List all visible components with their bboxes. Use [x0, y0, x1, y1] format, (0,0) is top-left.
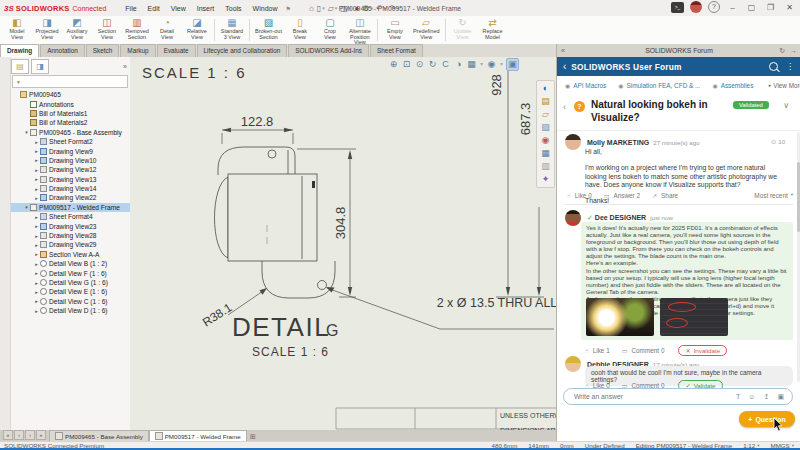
toolbar-button[interactable]: ◪ Relative View: [182, 16, 212, 44]
tree-next-icon[interactable]: »: [123, 63, 127, 70]
tree-item[interactable]: ▸ Drawing View28: [11, 231, 130, 240]
toolbar-button[interactable]: ▭ Empty View: [380, 16, 410, 44]
answer-input[interactable]: [572, 392, 736, 401]
document-recovery-icon[interactable]: ▥: [541, 161, 550, 172]
view-palette-icon[interactable]: ▨: [541, 122, 550, 133]
expander-icon[interactable]: ▸: [33, 195, 40, 201]
ribbon-tab[interactable]: Sketch: [86, 44, 120, 57]
expander-icon[interactable]: ▾: [23, 129, 30, 135]
forum-icon[interactable]: ✦: [542, 174, 550, 185]
console-icon[interactable]: >_: [671, 2, 684, 13]
redo-icon[interactable]: ↷ ▾: [389, 4, 399, 13]
search-icon[interactable]: [769, 62, 778, 71]
expander-icon[interactable]: ▸: [33, 186, 40, 192]
answer1-author[interactable]: Dee DESIGNER: [595, 214, 646, 221]
comment-icon[interactable]: ▭: [622, 347, 628, 354]
expander-icon[interactable]: ▸: [33, 167, 40, 173]
ribbon-tab[interactable]: Evaluate: [157, 44, 196, 57]
user-avatar[interactable]: [690, 1, 702, 13]
avatar[interactable]: [565, 134, 581, 150]
expander-icon[interactable]: ▸: [33, 139, 40, 145]
zoom-icon[interactable]: ⊙: [414, 59, 425, 70]
sheet-nav-button[interactable]: ‹: [14, 430, 24, 440]
dimension-radius[interactable]: [228, 288, 267, 315]
expander-icon[interactable]: ▸: [33, 157, 40, 163]
save-icon[interactable]: ◫ ▾: [340, 4, 351, 13]
tree-item[interactable]: PM009465: [11, 90, 130, 99]
dim-right-outer-text[interactable]: 928: [489, 74, 504, 96]
menu-item[interactable]: Edit: [143, 4, 165, 13]
emoji-icon[interactable]: ☺: [748, 393, 755, 401]
post-author[interactable]: Molly MARKETING: [587, 139, 649, 146]
open-icon[interactable]: ▱ ▾: [328, 4, 338, 13]
menu-item[interactable]: Tools: [220, 4, 246, 13]
ribbon-tab[interactable]: Annotation: [40, 44, 85, 57]
menu-item[interactable]: View: [166, 4, 191, 13]
pin-icon[interactable]: ⚑: [285, 5, 290, 12]
toolbar-button[interactable]: [377, 19, 378, 41]
answer-button[interactable]: Answer 2: [613, 192, 640, 199]
sheet-nav-button[interactable]: ›: [25, 430, 35, 440]
view-more-link[interactable]: ▸ View More: [769, 82, 800, 89]
appearances-icon[interactable]: ◉: [542, 135, 550, 146]
hole-note-line1[interactable]: 2 x Ø 13.5 THRU ALL: [437, 296, 556, 310]
session-icon[interactable]: ●: [354, 4, 359, 13]
ribbon-tab[interactable]: Lifecycle and Collaboration: [197, 44, 288, 57]
toolbar-button[interactable]: ▢ Crop View: [315, 16, 345, 44]
settings-gear-icon[interactable]: ⚙ ▾: [362, 4, 373, 13]
category-chip[interactable]: ◉ API Macros: [565, 82, 606, 89]
new-question-button[interactable]: + Question: [739, 411, 795, 427]
share-icon[interactable]: ↗: [652, 192, 657, 199]
comment-icon[interactable]: ▭: [604, 192, 610, 199]
tree-item[interactable]: ▸ Sheet Format4: [11, 212, 130, 221]
avatar[interactable]: [565, 210, 581, 226]
layout-icon[interactable]: ❐: [764, 3, 777, 12]
dimension-right-inner[interactable]: [537, 207, 541, 296]
help-icon[interactable]: ?: [708, 1, 720, 13]
tree-item[interactable]: ▸ Drawing View9: [11, 146, 130, 155]
detail-geometry-bottom[interactable]: [262, 261, 335, 298]
graphics-area[interactable]: SCALE 1 : 6 122.8: [130, 57, 556, 430]
detail-view-label[interactable]: DETAIL: [232, 312, 330, 342]
sheet-nav-button[interactable]: «: [3, 430, 13, 440]
toolbar-button[interactable]: ◨ Projected View: [32, 16, 62, 44]
maximize-icon[interactable]: ▢: [745, 3, 758, 12]
tree-item[interactable]: ▾ PM009517 - Welded Frame: [11, 203, 130, 212]
ribbon-tab[interactable]: Sheet Format: [370, 44, 423, 57]
expander-icon[interactable]: ▾: [23, 204, 30, 210]
tree-item[interactable]: ▸ Sheet Format2: [11, 137, 130, 146]
panel-collapse-icon[interactable]: «: [561, 47, 565, 54]
tree-item[interactable]: ▸ Detail View E (1 : 6): [11, 287, 130, 296]
dim-radius-text[interactable]: R38.1: [200, 300, 235, 329]
caret-icon[interactable]: ▾: [499, 59, 504, 70]
redraw-icon[interactable]: C: [440, 59, 451, 70]
undo-icon[interactable]: ↶ ▾: [376, 4, 386, 13]
dimension-width[interactable]: [222, 128, 293, 144]
custom-properties-icon[interactable]: ▦: [541, 148, 550, 159]
upload-icon[interactable]: ↥: [764, 393, 770, 401]
settings-thumbnail[interactable]: [660, 298, 728, 336]
comment-button[interactable]: Comment 0: [631, 347, 664, 354]
detail-view-letter[interactable]: G: [326, 322, 338, 339]
design-library-icon[interactable]: ▤: [541, 96, 550, 107]
expander-icon[interactable]: ▸: [33, 176, 40, 182]
ribbon-tab[interactable]: SOLIDWORKS Add-Ins: [288, 44, 369, 57]
zoom-to-fit-icon[interactable]: ⊕: [388, 59, 399, 70]
category-chip[interactable]: ◉ Assemblies: [712, 82, 753, 89]
expander-icon[interactable]: ▸: [33, 223, 40, 229]
drawing-view-mode-icon[interactable]: ▣: [506, 58, 519, 71]
expander-icon[interactable]: ▸: [33, 280, 40, 286]
ribbon-tab[interactable]: Markup: [120, 44, 155, 57]
thread-back-icon[interactable]: ‹: [563, 102, 566, 112]
appearance-icon[interactable]: ◑: [453, 59, 464, 70]
rotate-view-icon[interactable]: ↻: [427, 59, 438, 70]
close-icon[interactable]: ✕: [783, 3, 796, 12]
tree-item[interactable]: ▸ Drawing View29: [11, 240, 130, 249]
thread-chevron-icon[interactable]: ∨: [783, 101, 789, 110]
category-chip[interactable]: ◉ Simulation FEA, CFD & ...: [618, 82, 700, 89]
toolbar-button[interactable]: ◧ Model View: [2, 16, 32, 44]
tree-item[interactable]: ▸ Detail View F (1 : 6): [11, 268, 130, 277]
menu-item[interactable]: File: [120, 4, 141, 13]
tree-filter-input[interactable]: ▼: [12, 75, 128, 88]
toolbar-button[interactable]: [249, 19, 250, 41]
